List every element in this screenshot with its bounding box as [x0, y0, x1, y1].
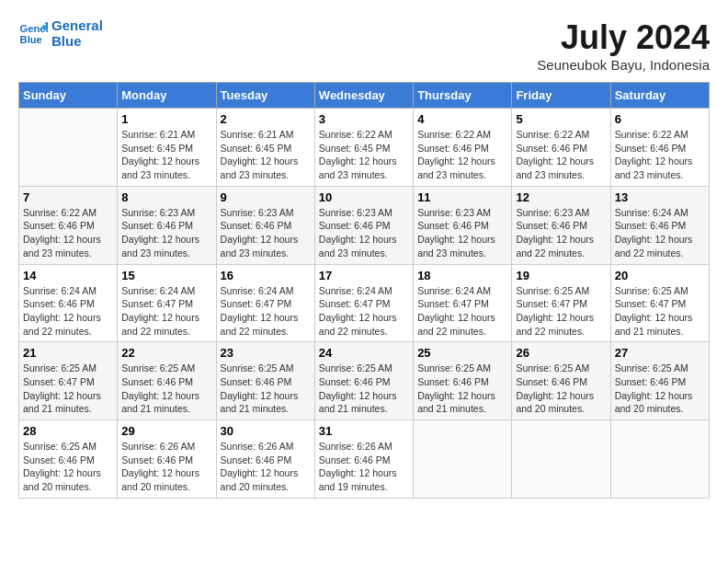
calendar-cell: 13Sunrise: 6:24 AMSunset: 6:46 PMDayligh…: [610, 186, 709, 264]
logo-line2: Blue: [51, 34, 103, 50]
month-year: July 2024: [537, 18, 710, 57]
day-number: 15: [121, 269, 211, 282]
day-info: Sunrise: 6:23 AMSunset: 6:46 PMDaylight:…: [516, 206, 606, 260]
day-info: Sunrise: 6:26 AMSunset: 6:46 PMDaylight:…: [221, 440, 311, 494]
logo-line1: General: [51, 18, 103, 34]
day-header-wednesday: Wednesday: [314, 83, 413, 109]
calendar-cell: 12Sunrise: 6:23 AMSunset: 6:46 PMDayligh…: [512, 186, 610, 264]
calendar-table: SundayMondayTuesdayWednesdayThursdayFrid…: [18, 82, 710, 499]
day-info: Sunrise: 6:24 AMSunset: 6:47 PMDaylight:…: [319, 284, 409, 339]
day-number: 17: [319, 269, 409, 282]
calendar-cell: 26Sunrise: 6:25 AMSunset: 6:46 PMDayligh…: [512, 342, 610, 420]
header-row: SundayMondayTuesdayWednesdayThursdayFrid…: [19, 83, 710, 109]
calendar-cell: 7Sunrise: 6:22 AMSunset: 6:46 PMDaylight…: [19, 186, 118, 264]
day-number: 6: [615, 112, 705, 126]
day-info: Sunrise: 6:25 AMSunset: 6:46 PMDaylight:…: [121, 362, 211, 416]
calendar-cell: 16Sunrise: 6:24 AMSunset: 6:47 PMDayligh…: [216, 264, 314, 342]
calendar-cell: [610, 420, 709, 499]
calendar-cell: 19Sunrise: 6:25 AMSunset: 6:47 PMDayligh…: [512, 264, 610, 342]
day-number: 19: [516, 269, 606, 282]
day-header-saturday: Saturday: [610, 83, 709, 109]
day-info: Sunrise: 6:25 AMSunset: 6:46 PMDaylight:…: [319, 362, 409, 416]
day-number: 1: [121, 112, 211, 126]
calendar-cell: 2Sunrise: 6:21 AMSunset: 6:45 PMDaylight…: [216, 109, 314, 187]
day-info: Sunrise: 6:23 AMSunset: 6:46 PMDaylight:…: [121, 206, 211, 260]
svg-text:General: General: [20, 23, 48, 34]
week-row-2: 14Sunrise: 6:24 AMSunset: 6:46 PMDayligh…: [19, 264, 710, 342]
location: Seuneubok Bayu, Indonesia: [537, 57, 710, 73]
day-number: 10: [319, 190, 409, 204]
day-number: 9: [221, 190, 311, 204]
day-number: 20: [615, 269, 705, 282]
calendar-cell: 9Sunrise: 6:23 AMSunset: 6:46 PMDaylight…: [216, 186, 314, 264]
day-info: Sunrise: 6:24 AMSunset: 6:47 PMDaylight:…: [121, 284, 211, 339]
day-info: Sunrise: 6:22 AMSunset: 6:46 PMDaylight:…: [23, 206, 113, 260]
day-info: Sunrise: 6:24 AMSunset: 6:47 PMDaylight:…: [417, 284, 507, 339]
day-number: 2: [221, 112, 311, 126]
day-number: 7: [23, 190, 113, 204]
day-info: Sunrise: 6:25 AMSunset: 6:46 PMDaylight:…: [417, 362, 507, 416]
calendar-cell: 17Sunrise: 6:24 AMSunset: 6:47 PMDayligh…: [314, 264, 413, 342]
day-header-tuesday: Tuesday: [216, 83, 314, 109]
day-info: Sunrise: 6:24 AMSunset: 6:47 PMDaylight:…: [221, 284, 311, 339]
day-info: Sunrise: 6:21 AMSunset: 6:45 PMDaylight:…: [221, 128, 311, 182]
day-number: 13: [615, 190, 705, 204]
page-header: General Blue General Blue July 2024 Seun…: [18, 18, 710, 73]
day-header-thursday: Thursday: [414, 83, 512, 109]
calendar-cell: 31Sunrise: 6:26 AMSunset: 6:46 PMDayligh…: [314, 420, 413, 499]
calendar-cell: 30Sunrise: 6:26 AMSunset: 6:46 PMDayligh…: [216, 420, 314, 499]
day-number: 4: [417, 112, 507, 126]
svg-text:Blue: Blue: [20, 33, 42, 44]
calendar-cell: 3Sunrise: 6:22 AMSunset: 6:45 PMDaylight…: [314, 109, 413, 187]
day-info: Sunrise: 6:24 AMSunset: 6:46 PMDaylight:…: [615, 206, 705, 260]
day-number: 30: [221, 424, 311, 438]
day-info: Sunrise: 6:24 AMSunset: 6:46 PMDaylight:…: [23, 284, 113, 339]
calendar-cell: 1Sunrise: 6:21 AMSunset: 6:45 PMDaylight…: [118, 109, 216, 187]
day-number: 25: [417, 346, 507, 360]
day-info: Sunrise: 6:26 AMSunset: 6:46 PMDaylight:…: [121, 440, 211, 494]
day-info: Sunrise: 6:22 AMSunset: 6:46 PMDaylight:…: [417, 128, 507, 182]
day-number: 24: [319, 346, 409, 360]
day-number: 29: [121, 424, 211, 438]
logo: General Blue General Blue: [18, 18, 103, 49]
day-number: 12: [516, 190, 606, 204]
calendar-cell: 25Sunrise: 6:25 AMSunset: 6:46 PMDayligh…: [414, 342, 512, 420]
day-header-monday: Monday: [118, 83, 216, 109]
day-info: Sunrise: 6:22 AMSunset: 6:46 PMDaylight:…: [615, 128, 705, 182]
calendar-cell: 21Sunrise: 6:25 AMSunset: 6:47 PMDayligh…: [19, 342, 118, 420]
day-number: 23: [221, 346, 311, 360]
calendar-cell: 29Sunrise: 6:26 AMSunset: 6:46 PMDayligh…: [118, 420, 216, 499]
day-info: Sunrise: 6:25 AMSunset: 6:46 PMDaylight:…: [615, 362, 705, 416]
day-number: 27: [615, 346, 705, 360]
day-number: 11: [417, 190, 507, 204]
calendar-cell: 14Sunrise: 6:24 AMSunset: 6:46 PMDayligh…: [19, 264, 118, 342]
day-number: 3: [319, 112, 409, 126]
day-number: 28: [23, 424, 113, 438]
day-info: Sunrise: 6:25 AMSunset: 6:46 PMDaylight:…: [23, 440, 113, 494]
day-number: 5: [516, 112, 606, 126]
title-block: July 2024 Seuneubok Bayu, Indonesia: [537, 18, 710, 73]
calendar-cell: 11Sunrise: 6:23 AMSunset: 6:46 PMDayligh…: [414, 186, 512, 264]
calendar-cell: [19, 109, 118, 187]
calendar-cell: 23Sunrise: 6:25 AMSunset: 6:46 PMDayligh…: [216, 342, 314, 420]
calendar-cell: 28Sunrise: 6:25 AMSunset: 6:46 PMDayligh…: [19, 420, 118, 499]
day-header-friday: Friday: [512, 83, 610, 109]
calendar-cell: 18Sunrise: 6:24 AMSunset: 6:47 PMDayligh…: [414, 264, 512, 342]
day-number: 8: [121, 190, 211, 204]
day-number: 14: [23, 269, 113, 282]
calendar-cell: 8Sunrise: 6:23 AMSunset: 6:46 PMDaylight…: [118, 186, 216, 264]
calendar-cell: 20Sunrise: 6:25 AMSunset: 6:47 PMDayligh…: [610, 264, 709, 342]
calendar-cell: 5Sunrise: 6:22 AMSunset: 6:46 PMDaylight…: [512, 109, 610, 187]
calendar-cell: [414, 420, 512, 499]
day-info: Sunrise: 6:23 AMSunset: 6:46 PMDaylight:…: [319, 206, 409, 260]
week-row-1: 7Sunrise: 6:22 AMSunset: 6:46 PMDaylight…: [19, 186, 710, 264]
day-number: 16: [221, 269, 311, 282]
calendar-cell: 27Sunrise: 6:25 AMSunset: 6:46 PMDayligh…: [610, 342, 709, 420]
logo-icon: General Blue: [18, 19, 48, 49]
week-row-4: 28Sunrise: 6:25 AMSunset: 6:46 PMDayligh…: [19, 420, 710, 499]
calendar-header: SundayMondayTuesdayWednesdayThursdayFrid…: [19, 83, 710, 109]
calendar-cell: 10Sunrise: 6:23 AMSunset: 6:46 PMDayligh…: [314, 186, 413, 264]
calendar-cell: 6Sunrise: 6:22 AMSunset: 6:46 PMDaylight…: [610, 109, 709, 187]
day-number: 26: [516, 346, 606, 360]
day-info: Sunrise: 6:25 AMSunset: 6:46 PMDaylight:…: [516, 362, 606, 416]
